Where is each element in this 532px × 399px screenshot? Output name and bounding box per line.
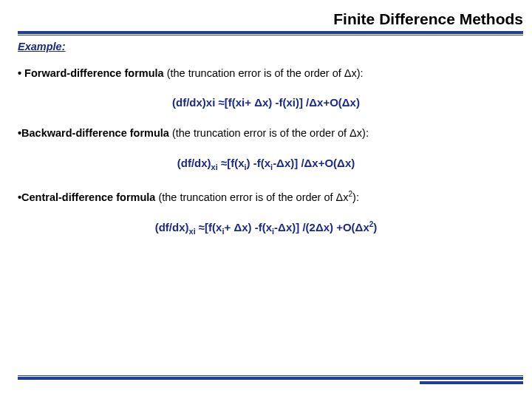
forward-bullet: • Forward-difference formula (the trunca… (18, 66, 514, 81)
central-formula: (df/dx)xi ≈[f(xi+ Δx) -f(xi-Δx)] /(2Δx) … (18, 219, 514, 237)
central-bullet-bold: •Central-difference formula (18, 191, 155, 203)
forward-bullet-bold: • Forward-difference formula (18, 67, 164, 79)
footer-rule (18, 375, 523, 380)
example-heading: Example: (18, 40, 514, 55)
backward-bullet: •Backward-difference formula (the trunca… (18, 126, 514, 141)
forward-bullet-rest: (the truncation error is of the order of… (164, 67, 364, 79)
backward-bullet-rest: (the truncation error is of the order of… (169, 127, 369, 139)
backward-formula: (df/dx)xi ≈[f(xi) -f(xi-Δx)] /Δx+O(Δx) (18, 156, 514, 173)
title-rule-thick (18, 31, 523, 34)
footer-rule-thin (18, 375, 523, 376)
page-title: Finite Difference Methods (0, 0, 532, 31)
central-bullet-rest-b: ): (352, 191, 359, 203)
central-bullet: •Central-difference formula (the truncat… (18, 189, 514, 205)
forward-formula: (df/dx)xi ≈[f(xi+ Δx) -f(xi)] /Δx+O(Δx) (18, 95, 514, 110)
central-bullet-rest-a: (the truncation error is of the order of… (155, 191, 348, 203)
footer-rule-thick (18, 377, 523, 380)
backward-bullet-bold: •Backward-difference formula (18, 127, 169, 139)
footer-rule-stub (420, 381, 523, 384)
content-area: Example: • Forward-difference formula (t… (0, 35, 532, 237)
